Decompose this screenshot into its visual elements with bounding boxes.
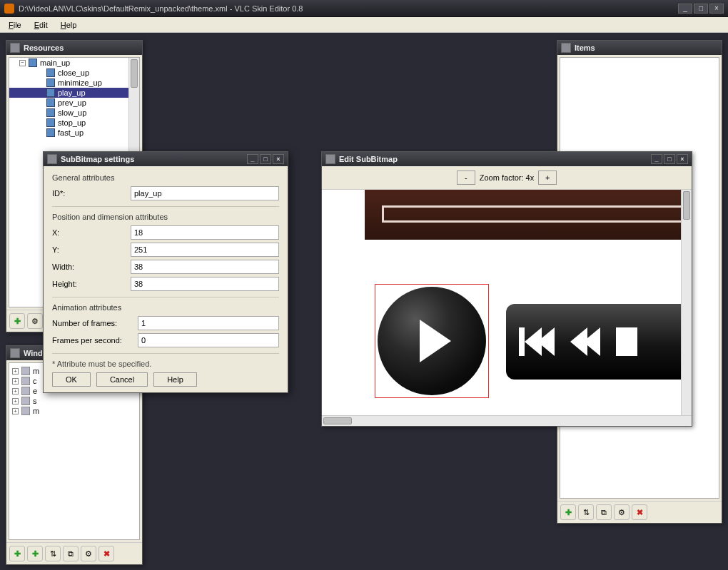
items-header[interactable]: Items <box>557 41 722 55</box>
resources-header[interactable]: Resources <box>6 41 142 55</box>
preview-h-scrollbar[interactable] <box>322 415 692 426</box>
fps-row: Frames per second: <box>52 333 279 347</box>
close-button[interactable]: × <box>677 154 688 164</box>
minus-icon: - <box>465 173 467 182</box>
subbitmap-header[interactable]: Edit SubBitmap _ □ × <box>322 152 692 166</box>
dialog-body: General attributes ID*: Position and dim… <box>44 166 288 392</box>
options-button[interactable]: ⚙ <box>27 313 43 329</box>
bitmap-icon <box>46 108 55 117</box>
clone-button[interactable]: ⧉ <box>596 504 612 520</box>
add-button[interactable]: ✚ <box>560 504 576 520</box>
ok-button[interactable]: OK <box>52 372 91 387</box>
nframes-input[interactable] <box>138 316 279 330</box>
tree-item-close_up[interactable]: close_up <box>9 68 139 78</box>
panel-icon <box>10 348 20 358</box>
bitmap-icon <box>29 58 37 67</box>
scrollbar-thumb[interactable] <box>323 417 352 424</box>
bitmap-icon <box>46 88 55 97</box>
menu-file[interactable]: File <box>3 19 27 31</box>
tree-label: close_up <box>58 68 89 77</box>
maximize-button[interactable]: □ <box>664 154 675 164</box>
tree-label: slow_up <box>58 108 86 117</box>
resources-title: Resources <box>24 44 138 52</box>
tree-item-slow_up[interactable]: slow_up <box>9 108 139 118</box>
items-title: Items <box>575 44 718 52</box>
add2-button[interactable]: ✚ <box>27 546 43 561</box>
tree-item-main_up[interactable]: − main_up <box>9 58 139 68</box>
main-title: D:\VideoLAN\VLC\skins\DefaultRemix_unpac… <box>19 4 678 13</box>
delete-button[interactable]: ✖ <box>98 546 114 561</box>
dialog-title: SubBitmap settings <box>61 155 243 163</box>
menu-help[interactable]: Help <box>55 19 83 31</box>
separator <box>52 206 279 207</box>
zoom-out-button[interactable]: - <box>457 171 475 185</box>
tree-item-fast_up[interactable]: fast_up <box>9 128 139 138</box>
preview-v-scrollbar[interactable] <box>681 190 692 415</box>
skip-back-icon <box>519 327 555 356</box>
width-label: Width: <box>52 263 131 271</box>
window-icon <box>21 377 30 385</box>
id-input[interactable] <box>131 186 279 200</box>
menu-edit[interactable]: Edit <box>29 19 54 31</box>
clone-icon: ⧉ <box>68 549 74 559</box>
tree-label: play_up <box>58 88 86 97</box>
help-button[interactable]: Help <box>153 372 197 387</box>
y-row: Y: <box>52 243 279 257</box>
delete-button[interactable]: ✖ <box>632 504 647 520</box>
window-icon <box>21 397 30 405</box>
expand-icon[interactable]: + <box>12 368 19 375</box>
bitmap-preview[interactable] <box>322 190 692 426</box>
app-icon <box>4 4 14 14</box>
expand-icon[interactable]: + <box>12 398 19 404</box>
clone-button[interactable]: ⧉ <box>63 546 79 561</box>
dialog-header[interactable]: SubBitmap settings _ □ × <box>44 152 288 166</box>
window-row[interactable]: +s <box>12 396 136 406</box>
controls-bar-graphic <box>506 304 692 380</box>
reorder-button[interactable]: ⇅ <box>578 504 594 520</box>
add-button[interactable]: ✚ <box>9 313 25 329</box>
width-input[interactable] <box>131 260 279 274</box>
maximize-button[interactable]: □ <box>694 4 708 14</box>
x-row: X: <box>52 225 279 240</box>
expand-icon[interactable]: + <box>12 408 19 414</box>
zoom-label: Zoom factor: 4x <box>480 173 534 182</box>
scrollbar-thumb[interactable] <box>131 59 138 88</box>
window-row[interactable]: +m <box>12 406 136 416</box>
tree-item-stop_up[interactable]: stop_up <box>9 118 139 128</box>
expand-icon[interactable]: − <box>19 60 26 66</box>
expand-icon[interactable]: + <box>12 388 19 395</box>
window-icon <box>325 154 335 164</box>
options-button[interactable]: ⚙ <box>81 546 96 561</box>
maximize-button[interactable]: □ <box>260 154 271 164</box>
tree-item-play_up[interactable]: play_up <box>9 88 139 98</box>
options-button[interactable]: ⚙ <box>614 504 630 520</box>
scrollbar-thumb[interactable] <box>683 191 690 220</box>
fps-label: Frames per second: <box>52 336 138 345</box>
required-note: * Attribute must be specified. <box>52 360 279 368</box>
updown-icon: ⇅ <box>50 549 56 559</box>
x-label: X: <box>52 228 131 237</box>
selection-rectangle[interactable] <box>375 284 489 398</box>
window-icon <box>21 387 30 395</box>
items-toolbar: ✚ ⇅ ⧉ ⚙ ✖ <box>557 501 722 523</box>
close-button[interactable]: × <box>709 4 724 14</box>
width-row: Width: <box>52 260 279 274</box>
cancel-button[interactable]: Cancel <box>96 372 148 387</box>
x-input[interactable] <box>131 225 279 240</box>
tree-item-minimize_up[interactable]: minimize_up <box>9 78 139 88</box>
y-input[interactable] <box>131 243 279 257</box>
minimize-button[interactable]: _ <box>651 154 662 164</box>
expand-icon[interactable]: + <box>12 378 19 385</box>
fps-input[interactable] <box>138 333 279 347</box>
height-input[interactable] <box>131 277 279 291</box>
reorder-button[interactable]: ⇅ <box>45 546 61 561</box>
zoom-in-button[interactable]: + <box>538 171 557 185</box>
general-section-header: General attributes <box>52 173 279 182</box>
tree-item-prev_up[interactable]: prev_up <box>9 98 139 108</box>
close-button[interactable]: × <box>273 154 284 164</box>
minimize-button[interactable]: _ <box>678 4 692 14</box>
minimize-button[interactable]: _ <box>247 154 258 164</box>
menubar: File Edit Help <box>0 17 728 33</box>
edit-subbitmap-window: Edit SubBitmap _ □ × - Zoom factor: 4x + <box>321 151 692 427</box>
add-button[interactable]: ✚ <box>9 546 25 561</box>
